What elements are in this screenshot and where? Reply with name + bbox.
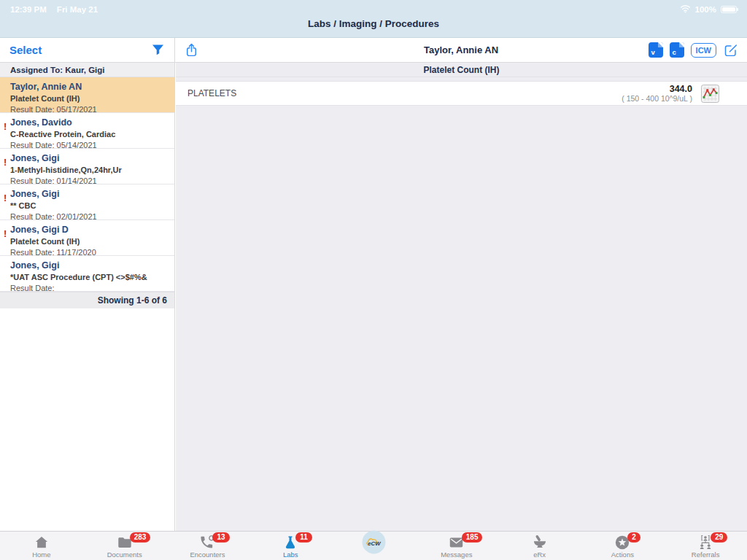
test-name: ** CBC	[10, 201, 167, 211]
page-title: Labs / Imaging / Procedures	[0, 18, 747, 29]
result-date: Result Date:	[10, 283, 167, 293]
test-name: 1-Methyl-histidine,Qn,24hr,Ur	[10, 165, 167, 175]
lab-result-item[interactable]: !Jones, Gigi DPlatelet Count (IH)Result …	[0, 220, 174, 256]
notification-badge: 29	[711, 532, 727, 542]
results-sidebar: Assigned To: Kaur, Gigi Taylor, Annie AN…	[0, 63, 175, 531]
status-time: 12:39 PM	[10, 5, 47, 14]
tab-actions[interactable]: Actions2	[581, 532, 664, 560]
lab-results-list: Taylor, Annie ANPlatelet Count (IH)Resul…	[0, 77, 174, 292]
filter-icon[interactable]	[151, 43, 165, 57]
mortar-pestle-icon	[532, 534, 548, 551]
patient-name: Jones, Gigi	[10, 260, 167, 271]
status-right: 100%	[680, 4, 737, 15]
doc-v-label: v	[651, 48, 655, 56]
tab-label: Referrals	[692, 551, 720, 559]
assigned-to-header: Assigned To: Kaur, Gigi	[0, 63, 174, 77]
tab-encounters[interactable]: Encounters13	[166, 532, 249, 560]
app-screen: 12:39 PM Fri May 21 100% Labs / Imaging …	[0, 0, 747, 560]
alert-icon: !	[4, 228, 7, 239]
tab-documents[interactable]: Documents283	[83, 532, 166, 560]
patient-name: Jones, Gigi D	[10, 225, 167, 236]
lab-result-item[interactable]: Taylor, Annie ANPlatelet Count (IH)Resul…	[0, 77, 174, 113]
test-name: Platelet Count (IH)	[10, 93, 167, 104]
notification-badge: 13	[212, 532, 229, 542]
battery-percent: 100%	[695, 5, 716, 14]
test-name: *UAT ASC Procedure (CPT) <>$#%&	[10, 272, 167, 282]
share-icon[interactable]	[184, 42, 199, 58]
tab-label: eRx	[533, 551, 546, 559]
notification-badge: 185	[462, 532, 483, 542]
notification-badge: 2	[627, 532, 640, 542]
result-value-block: 344.0 ( 150 - 400 10^9/uL )	[622, 84, 692, 104]
home-icon	[34, 534, 50, 551]
toolbar-actions: v c ICW	[649, 42, 738, 58]
result-name: PLATELETS	[187, 88, 622, 98]
sidebar-toolbar: Select	[0, 38, 175, 63]
patient-name: Jones, Davido	[10, 117, 167, 128]
result-row[interactable]: PLATELETS 344.0 ( 150 - 400 10^9/uL )	[176, 81, 747, 106]
notification-badge: 11	[295, 532, 312, 542]
patient-name: Jones, Gigi	[10, 153, 167, 164]
result-detail-panel: Platelet Count (IH) PLATELETS 344.0 ( 15…	[176, 63, 747, 531]
alert-icon: !	[4, 121, 7, 132]
lab-result-item[interactable]: Jones, Gigi*UAT ASC Procedure (CPT) <>$#…	[0, 256, 174, 292]
ecw-logo-icon: eCW	[362, 534, 386, 551]
wifi-icon	[680, 4, 691, 15]
doc-c-icon[interactable]: c	[670, 42, 684, 58]
tab-label: Actions	[611, 551, 634, 559]
tab-label: Encounters	[190, 551, 225, 559]
tab-label: Labs	[283, 551, 298, 559]
alert-icon: !	[4, 157, 7, 168]
tab-home[interactable]: Home	[0, 532, 83, 560]
result-value: 344.0	[622, 84, 692, 94]
tab-erx[interactable]: eRx	[498, 532, 581, 560]
main-toolbar: Taylor, Annie AN v c ICW	[175, 38, 747, 63]
lab-result-item[interactable]: !Jones, Gigi1-Methyl-histidine,Qn,24hr,U…	[0, 149, 174, 184]
tab-label: Home	[32, 551, 50, 559]
tab-labs[interactable]: Labs11	[249, 532, 332, 560]
tab-bar: HomeDocuments283Encounters13Labs11eCWMes…	[0, 531, 747, 560]
status-left: 12:39 PM Fri May 21	[10, 5, 98, 14]
status-date: Fri May 21	[57, 5, 98, 14]
lab-result-item[interactable]: !Jones, Gigi** CBCResult Date: 02/01/202…	[0, 184, 174, 220]
tab-ecw[interactable]: eCW	[332, 532, 415, 560]
alert-icon: !	[4, 192, 7, 203]
doc-c-label: c	[673, 48, 676, 56]
doc-v-icon[interactable]: v	[649, 42, 663, 58]
status-bar: 12:39 PM Fri May 21 100%	[0, 0, 747, 16]
patient-name: Jones, Gigi	[10, 189, 167, 200]
trend-chart-button[interactable]	[701, 85, 719, 103]
test-name: C-Reactive Protein, Cardiac	[10, 129, 167, 139]
battery-icon	[721, 6, 737, 14]
tab-referrals[interactable]: Referrals29	[664, 532, 747, 560]
app-header: 12:39 PM Fri May 21 100% Labs / Imaging …	[0, 0, 747, 38]
svg-text:eCW: eCW	[368, 540, 381, 547]
result-range: ( 150 - 400 10^9/uL )	[622, 94, 692, 104]
compose-icon[interactable]	[723, 42, 738, 58]
patient-name: Taylor, Annie AN	[10, 82, 167, 93]
icw-button[interactable]: ICW	[691, 43, 716, 58]
section-title: Platelet Count (IH)	[176, 63, 747, 77]
test-name: Platelet Count (IH)	[10, 236, 167, 246]
tab-messages[interactable]: Messages185	[415, 532, 498, 560]
tab-label: Documents	[107, 551, 142, 559]
lab-result-item[interactable]: !Jones, DavidoC-Reactive Protein, Cardia…	[0, 113, 174, 149]
results-count: Showing 1-6 of 6	[0, 292, 174, 308]
select-button[interactable]: Select	[9, 44, 42, 56]
notification-badge: 283	[130, 532, 151, 542]
tab-label: Messages	[441, 551, 472, 559]
